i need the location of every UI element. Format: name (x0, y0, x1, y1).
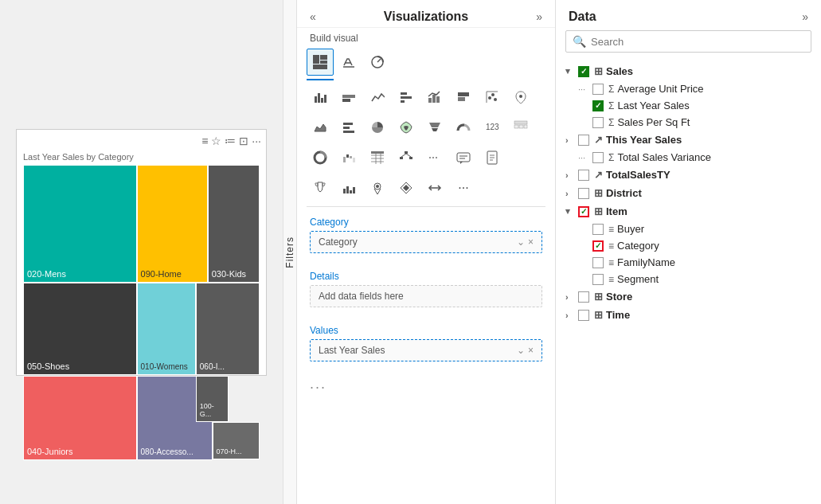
tree-item-item[interactable]: ▾ ✓ ⊞ Item (556, 202, 821, 221)
viz-icon-trophy[interactable] (307, 174, 334, 201)
viz-icon-location[interactable] (364, 174, 391, 201)
viz-icon-more[interactable]: ··· (450, 174, 477, 201)
viz-collapse-left-icon[interactable]: « (310, 10, 316, 23)
viz-icon-bar[interactable] (307, 84, 334, 111)
avg-unit-price-checkbox[interactable] (592, 84, 604, 95)
tree-item-time[interactable]: › ⊞ Time (556, 306, 821, 324)
tree-item-last-year-sales[interactable]: ✓ Σ Last Year Sales (556, 97, 821, 114)
buyer-checkbox[interactable] (592, 224, 604, 235)
store-expand-icon[interactable]: › (565, 292, 578, 302)
viz-icon-page[interactable] (479, 144, 506, 171)
item-expand-icon[interactable]: ▾ (565, 206, 578, 217)
treemap-cell-020mens[interactable]: 020-Mens (23, 165, 137, 283)
viz-icon-waterfall[interactable] (335, 144, 362, 171)
viz-icon-arrows[interactable] (421, 174, 448, 201)
values-chevron-icon[interactable]: ⌄ (517, 345, 525, 356)
sales-expand-icon[interactable]: ▾ (565, 66, 578, 76)
viz-icon-filled-map[interactable] (393, 114, 420, 141)
tree-item-store[interactable]: › ⊞ Store (556, 287, 821, 306)
chart-pin-icon[interactable]: ☆ (211, 135, 221, 147)
this-year-sales-expand-icon[interactable]: › (565, 135, 578, 145)
total-sales-ty-expand-icon[interactable]: › (565, 170, 578, 180)
treemap-cell-100g[interactable]: 100-G... (196, 376, 229, 422)
search-box[interactable]: 🔍 (565, 30, 811, 53)
treemap-cell-030kids[interactable]: 030-Kids (208, 165, 260, 283)
sales-per-sq-ft-checkbox[interactable] (592, 117, 604, 128)
viz-icon-chat[interactable] (450, 144, 477, 171)
viz-icon-scatter[interactable] (479, 84, 506, 111)
segment-checkbox[interactable] (592, 274, 604, 285)
viz-icon-kpi[interactable]: 123 (479, 114, 506, 141)
last-year-sales-checkbox[interactable]: ✓ (592, 100, 604, 111)
more-dots[interactable]: ... (297, 373, 555, 396)
treemap-cell-040juniors[interactable]: 040-Juniors (23, 376, 137, 460)
chart-expand-icon[interactable]: ⊡ (239, 135, 248, 147)
item-checkbox[interactable]: ✓ (578, 206, 589, 217)
tree-item-family-name[interactable]: ≡ FamilyName (556, 254, 821, 271)
total-sales-variance-checkbox[interactable] (592, 152, 604, 163)
viz-icon-combo[interactable] (421, 84, 448, 111)
avg-price-sigma-icon: Σ (608, 84, 614, 95)
details-field-drop[interactable]: Add data fields here (310, 285, 542, 307)
filters-label[interactable]: Filters (284, 236, 295, 268)
tree-item-total-sales-ty[interactable]: › ↗ TotalSalesTY (556, 166, 821, 184)
viz-icon-ai[interactable]: ⋯ (421, 144, 448, 171)
viz-collapse-right-icon[interactable]: » (536, 10, 542, 23)
this-year-sales-checkbox[interactable] (578, 135, 589, 146)
viz-icon-bar2[interactable] (393, 84, 420, 111)
svg-rect-60 (353, 187, 355, 193)
category-item-checkbox[interactable]: ✓ (592, 240, 604, 252)
treemap-cell-010womens[interactable]: 010-Womens (137, 283, 196, 376)
time-checkbox[interactable] (578, 310, 589, 321)
family-name-checkbox[interactable] (592, 257, 604, 268)
values-field-drop[interactable]: Last Year Sales ⌄ × (310, 339, 542, 361)
tree-item-segment[interactable]: ≡ Segment (556, 271, 821, 287)
tree-item-category[interactable]: ✓ ≡ Category (556, 237, 821, 254)
tree-item-avg-unit-price[interactable]: ··· Σ Average Unit Price (556, 80, 821, 97)
viz-icon-diamond[interactable] (393, 174, 420, 201)
treemap-cell-070h[interactable]: 070-H... (213, 422, 260, 460)
viz-icon-pie[interactable] (364, 114, 391, 141)
tree-item-sales[interactable]: ▾ ✓ ⊞ Sales (556, 62, 821, 80)
chart-more-icon[interactable]: ··· (252, 135, 261, 147)
data-panel-expand-icon[interactable]: » (802, 10, 808, 23)
viz-icon-table[interactable] (364, 144, 391, 171)
treemap-cell-050shoes[interactable]: 050-Shoes (23, 283, 137, 376)
values-close-icon[interactable]: × (528, 345, 534, 356)
search-input[interactable] (591, 36, 804, 48)
total-sales-ty-checkbox[interactable] (578, 170, 589, 181)
viz-icon-gauge[interactable] (450, 114, 477, 141)
viz-icon-hbar[interactable] (335, 114, 362, 141)
viz-icon-donut[interactable] (307, 144, 334, 171)
viz-icon-line[interactable] (364, 84, 391, 111)
viz-icon-funnel[interactable] (421, 114, 448, 141)
viz-icon-format[interactable] (335, 49, 362, 76)
tree-item-sales-per-sq-ft[interactable]: Σ Sales Per Sq Ft (556, 114, 821, 131)
viz-icon-map[interactable] (507, 84, 534, 111)
category-chevron-icon[interactable]: ⌄ (517, 236, 525, 248)
chart-menu-icon[interactable]: ≡ (201, 135, 208, 147)
viz-icon-treemap[interactable] (307, 49, 334, 76)
tree-item-district[interactable]: › ⊞ District (556, 184, 821, 202)
viz-icon-analytics[interactable] (364, 49, 391, 76)
district-checkbox[interactable] (578, 188, 589, 199)
district-expand-icon[interactable]: › (565, 189, 578, 198)
viz-icon-100pct[interactable] (450, 84, 477, 111)
store-label: Store (606, 291, 632, 303)
viz-icon-decomp[interactable] (393, 144, 420, 171)
category-close-icon[interactable]: × (528, 236, 534, 248)
viz-icon-area[interactable] (307, 114, 334, 141)
treemap-cell-060i[interactable]: 060-I... (196, 283, 260, 376)
viz-icon-matrix[interactable] (507, 114, 534, 141)
treemap-cell-090home[interactable]: 090-Home (137, 165, 208, 283)
chart-filter-icon[interactable]: ≔ (225, 135, 236, 147)
tree-item-total-sales-variance[interactable]: ··· Σ Total Sales Variance (556, 149, 821, 166)
tree-item-this-year-sales[interactable]: › ↗ This Year Sales (556, 131, 821, 149)
time-expand-icon[interactable]: › (565, 311, 578, 320)
sales-checkbox[interactable]: ✓ (578, 66, 589, 77)
category-field-drop[interactable]: Category ⌄ × (310, 231, 542, 253)
viz-icon-stacked-bar[interactable] (335, 84, 362, 111)
store-checkbox[interactable] (578, 291, 589, 303)
viz-icon-bar-small[interactable] (335, 174, 362, 201)
tree-item-buyer[interactable]: ≡ Buyer (556, 221, 821, 237)
